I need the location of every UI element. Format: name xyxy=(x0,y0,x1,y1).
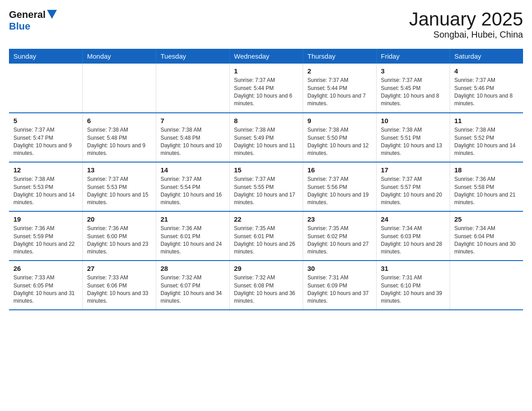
day-number: 9 xyxy=(308,117,372,124)
day-info: Sunrise: 7:34 AM Sunset: 6:04 PM Dayligh… xyxy=(455,225,519,256)
day-number: 25 xyxy=(455,215,519,223)
calendar-cell xyxy=(156,64,229,113)
header-tuesday: Tuesday xyxy=(156,49,229,64)
day-number: 10 xyxy=(381,117,445,124)
day-number: 29 xyxy=(234,265,298,272)
day-info: Sunrise: 7:38 AM Sunset: 5:48 PM Dayligh… xyxy=(87,126,151,158)
calendar-cell: 2Sunrise: 7:37 AM Sunset: 5:44 PM Daylig… xyxy=(303,64,376,113)
calendar-cell: 8Sunrise: 7:38 AM Sunset: 5:49 PM Daylig… xyxy=(229,113,303,162)
day-info: Sunrise: 7:38 AM Sunset: 5:52 PM Dayligh… xyxy=(455,126,519,158)
calendar-subtitle: Songbai, Hubei, China xyxy=(409,30,523,40)
day-number: 28 xyxy=(161,265,225,272)
logo: General Blue xyxy=(9,9,57,32)
day-info: Sunrise: 7:36 AM Sunset: 6:01 PM Dayligh… xyxy=(161,225,225,256)
day-info: Sunrise: 7:33 AM Sunset: 6:05 PM Dayligh… xyxy=(13,274,78,305)
day-number: 18 xyxy=(455,166,519,174)
calendar-cell: 21Sunrise: 7:36 AM Sunset: 6:01 PM Dayli… xyxy=(156,211,229,261)
header-row: SundayMondayTuesdayWednesdayThursdayFrid… xyxy=(9,49,523,64)
calendar-cell: 5Sunrise: 7:37 AM Sunset: 5:47 PM Daylig… xyxy=(9,113,82,162)
calendar-cell: 20Sunrise: 7:36 AM Sunset: 6:00 PM Dayli… xyxy=(82,211,156,261)
calendar-cell: 10Sunrise: 7:38 AM Sunset: 5:51 PM Dayli… xyxy=(376,113,450,162)
week-row-3: 19Sunrise: 7:36 AM Sunset: 5:59 PM Dayli… xyxy=(9,211,523,261)
day-number: 23 xyxy=(308,215,372,223)
day-info: Sunrise: 7:37 AM Sunset: 5:54 PM Dayligh… xyxy=(161,176,225,207)
day-info: Sunrise: 7:37 AM Sunset: 5:46 PM Dayligh… xyxy=(455,77,519,108)
calendar-cell xyxy=(450,261,523,310)
day-info: Sunrise: 7:38 AM Sunset: 5:51 PM Dayligh… xyxy=(381,126,445,158)
calendar-cell: 29Sunrise: 7:32 AM Sunset: 6:08 PM Dayli… xyxy=(229,261,303,310)
calendar-title: January 2025 xyxy=(409,9,523,30)
day-number: 6 xyxy=(87,117,151,124)
day-info: Sunrise: 7:36 AM Sunset: 5:59 PM Dayligh… xyxy=(13,225,78,256)
calendar-cell: 22Sunrise: 7:35 AM Sunset: 6:01 PM Dayli… xyxy=(229,211,303,261)
header-friday: Friday xyxy=(376,49,450,64)
day-number: 1 xyxy=(234,67,298,75)
calendar-cell: 23Sunrise: 7:35 AM Sunset: 6:02 PM Dayli… xyxy=(303,211,376,261)
calendar-cell: 28Sunrise: 7:32 AM Sunset: 6:07 PM Dayli… xyxy=(156,261,229,310)
day-info: Sunrise: 7:38 AM Sunset: 5:50 PM Dayligh… xyxy=(308,126,372,158)
calendar-cell: 31Sunrise: 7:31 AM Sunset: 6:10 PM Dayli… xyxy=(376,261,450,310)
day-number: 14 xyxy=(161,166,225,174)
day-number: 8 xyxy=(234,117,298,124)
day-number: 15 xyxy=(234,166,298,174)
day-info: Sunrise: 7:37 AM Sunset: 5:56 PM Dayligh… xyxy=(308,176,372,207)
calendar-cell: 11Sunrise: 7:38 AM Sunset: 5:52 PM Dayli… xyxy=(450,113,523,162)
day-number: 5 xyxy=(13,117,78,124)
day-info: Sunrise: 7:35 AM Sunset: 6:02 PM Dayligh… xyxy=(308,225,372,256)
calendar-cell: 1Sunrise: 7:37 AM Sunset: 5:44 PM Daylig… xyxy=(229,64,303,113)
calendar-cell: 13Sunrise: 7:37 AM Sunset: 5:53 PM Dayli… xyxy=(82,162,156,211)
day-number: 22 xyxy=(234,215,298,223)
day-number: 4 xyxy=(455,67,519,75)
day-number: 13 xyxy=(87,166,151,174)
day-number: 21 xyxy=(161,215,225,223)
day-info: Sunrise: 7:38 AM Sunset: 5:48 PM Dayligh… xyxy=(161,126,225,158)
day-number: 11 xyxy=(455,117,519,124)
week-row-1: 5Sunrise: 7:37 AM Sunset: 5:47 PM Daylig… xyxy=(9,113,523,162)
day-number: 16 xyxy=(308,166,372,174)
calendar-table: SundayMondayTuesdayWednesdayThursdayFrid… xyxy=(9,49,523,310)
week-row-2: 12Sunrise: 7:38 AM Sunset: 5:53 PM Dayli… xyxy=(9,162,523,211)
day-info: Sunrise: 7:34 AM Sunset: 6:03 PM Dayligh… xyxy=(381,225,445,256)
calendar-cell: 6Sunrise: 7:38 AM Sunset: 5:48 PM Daylig… xyxy=(82,113,156,162)
header-thursday: Thursday xyxy=(303,49,376,64)
calendar-cell: 30Sunrise: 7:31 AM Sunset: 6:09 PM Dayli… xyxy=(303,261,376,310)
calendar-cell: 24Sunrise: 7:34 AM Sunset: 6:03 PM Dayli… xyxy=(376,211,450,261)
day-info: Sunrise: 7:31 AM Sunset: 6:10 PM Dayligh… xyxy=(381,274,445,305)
week-row-4: 26Sunrise: 7:33 AM Sunset: 6:05 PM Dayli… xyxy=(9,261,523,310)
logo-blue-text: Blue xyxy=(9,21,30,32)
header-wednesday: Wednesday xyxy=(229,49,303,64)
calendar-cell: 18Sunrise: 7:36 AM Sunset: 5:58 PM Dayli… xyxy=(450,162,523,211)
day-number: 12 xyxy=(13,166,78,174)
day-number: 30 xyxy=(308,265,372,272)
day-number: 2 xyxy=(308,67,372,75)
day-number: 31 xyxy=(381,265,445,272)
calendar-cell: 14Sunrise: 7:37 AM Sunset: 5:54 PM Dayli… xyxy=(156,162,229,211)
title-block: January 2025 Songbai, Hubei, China xyxy=(409,9,523,40)
page-header: General Blue January 2025 Songbai, Hubei… xyxy=(9,9,523,40)
day-number: 27 xyxy=(87,265,151,272)
day-info: Sunrise: 7:37 AM Sunset: 5:55 PM Dayligh… xyxy=(234,176,298,207)
header-sunday: Sunday xyxy=(9,49,82,64)
calendar-cell: 16Sunrise: 7:37 AM Sunset: 5:56 PM Dayli… xyxy=(303,162,376,211)
day-info: Sunrise: 7:37 AM Sunset: 5:53 PM Dayligh… xyxy=(87,176,151,207)
day-info: Sunrise: 7:33 AM Sunset: 6:06 PM Dayligh… xyxy=(87,274,151,305)
calendar-cell: 27Sunrise: 7:33 AM Sunset: 6:06 PM Dayli… xyxy=(82,261,156,310)
day-info: Sunrise: 7:35 AM Sunset: 6:01 PM Dayligh… xyxy=(234,225,298,256)
calendar-cell xyxy=(82,64,156,113)
day-info: Sunrise: 7:36 AM Sunset: 6:00 PM Dayligh… xyxy=(87,225,151,256)
day-number: 3 xyxy=(381,67,445,75)
day-info: Sunrise: 7:37 AM Sunset: 5:57 PM Dayligh… xyxy=(381,176,445,207)
calendar-cell: 3Sunrise: 7:37 AM Sunset: 5:45 PM Daylig… xyxy=(376,64,450,113)
logo-triangle-icon xyxy=(47,10,57,19)
calendar-cell: 4Sunrise: 7:37 AM Sunset: 5:46 PM Daylig… xyxy=(450,64,523,113)
day-info: Sunrise: 7:32 AM Sunset: 6:07 PM Dayligh… xyxy=(161,274,225,305)
calendar-cell xyxy=(9,64,82,113)
calendar-cell: 19Sunrise: 7:36 AM Sunset: 5:59 PM Dayli… xyxy=(9,211,82,261)
day-info: Sunrise: 7:38 AM Sunset: 5:53 PM Dayligh… xyxy=(13,176,78,207)
day-info: Sunrise: 7:31 AM Sunset: 6:09 PM Dayligh… xyxy=(308,274,372,305)
calendar-cell: 26Sunrise: 7:33 AM Sunset: 6:05 PM Dayli… xyxy=(9,261,82,310)
calendar-cell: 17Sunrise: 7:37 AM Sunset: 5:57 PM Dayli… xyxy=(376,162,450,211)
day-number: 24 xyxy=(381,215,445,223)
day-info: Sunrise: 7:37 AM Sunset: 5:45 PM Dayligh… xyxy=(381,77,445,108)
day-number: 26 xyxy=(13,265,78,272)
